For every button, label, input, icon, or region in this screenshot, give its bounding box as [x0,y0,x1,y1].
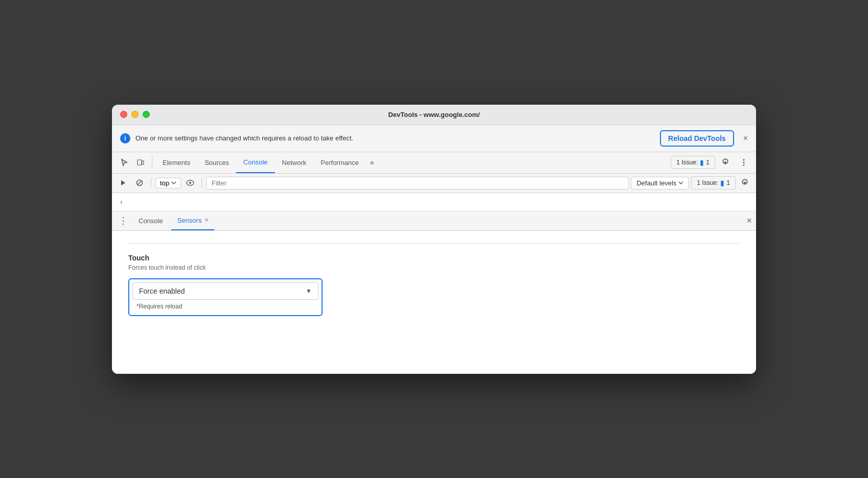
reload-devtools-button[interactable]: Reload DevTools [660,130,734,147]
title-bar: DevTools - www.google.com/ [112,105,756,125]
console-issue-icon: ▮ [720,179,724,187]
tab-sources[interactable]: Sources [197,152,236,173]
svg-rect-1 [142,161,144,164]
play-icon [120,179,127,186]
issue-label: 1 Issue: [676,159,698,166]
chevron-down-icon [171,181,176,184]
bottom-panel: ⋮ Console Sensors × × Touch Forces touch… [112,211,756,374]
bottom-tab-console[interactable]: Console [132,211,169,230]
tab-elements[interactable]: Elements [155,152,197,173]
bottom-more-button[interactable]: ⋮ [116,213,130,228]
sensors-tab-close-button[interactable]: × [204,217,208,224]
console-area: › [112,193,756,211]
svg-point-9 [189,182,191,184]
console-separator-2 [201,178,202,188]
tab-network[interactable]: Network [275,152,314,173]
execute-button[interactable] [116,176,130,190]
sensors-top-divider [128,243,740,244]
console-settings-button[interactable] [738,176,752,190]
vertical-dots-icon [743,158,745,166]
touch-select-row[interactable]: Force enabled ▼ [132,282,318,300]
console-issue-label: 1 Issue: [697,179,718,186]
context-value: top [160,179,169,187]
touch-dropdown-wrapper: Force enabled ▼ *Requires reload [128,278,323,316]
main-toolbar: Elements Sources Console Network Perform… [112,152,756,174]
traffic-lights [120,111,150,118]
settings-icon-button[interactable] [717,154,734,171]
console-separator-1 [151,178,151,188]
cursor-icon [120,158,128,166]
notification-bar: i One or more settings have changed whic… [112,125,756,152]
console-toolbar: top Default levels 1 Issue: ▮ 1 [112,174,756,193]
notification-text: One or more settings have changed which … [135,134,655,142]
issue-count: 1 [706,159,710,166]
devtools-window: DevTools - www.google.com/ i One or more… [112,105,756,374]
notification-close-button[interactable]: × [743,134,748,143]
bottom-tab-bar: ⋮ Console Sensors × × [112,211,756,231]
console-issue-badge[interactable]: 1 Issue: ▮ 1 [691,176,736,189]
svg-marker-5 [121,180,125,185]
console-issue-count: 1 [726,179,730,186]
console-prompt-icon: › [118,196,125,208]
context-selector[interactable]: top [155,178,181,188]
bottom-tab-sensors[interactable]: Sensors × [171,211,215,230]
eye-icon [186,180,194,186]
issue-icon: ▮ [700,158,704,166]
inspect-icon-button[interactable] [116,154,132,171]
filter-input[interactable] [206,177,629,189]
eye-icon-button[interactable] [183,176,197,190]
touch-select-value: Force enabled [139,287,185,295]
window-title: DevTools - www.google.com/ [388,111,479,118]
levels-chevron-icon [678,181,683,184]
svg-point-3 [743,162,745,163]
block-icon-button[interactable] [132,176,147,190]
requires-reload-text: *Requires reload [132,301,318,312]
svg-point-2 [743,159,745,161]
more-options-button[interactable] [736,154,752,171]
block-icon [136,179,143,186]
levels-selector[interactable]: Default levels [631,177,689,189]
gear-icon [721,158,729,166]
sensors-content: Touch Forces touch instead of click Forc… [112,231,756,374]
tab-console[interactable]: Console [236,152,275,173]
close-button[interactable] [120,111,127,118]
svg-point-4 [743,164,745,166]
svg-rect-0 [138,160,142,165]
levels-label: Default levels [636,179,676,187]
toolbar-right: 1 Issue: ▮ 1 [671,154,752,171]
device-icon [136,158,145,166]
maximize-button[interactable] [143,111,150,118]
issue-badge[interactable]: 1 Issue: ▮ 1 [671,156,715,169]
device-toggle-button[interactable] [132,154,149,171]
tab-performance[interactable]: Performance [313,152,366,173]
info-icon: i [120,133,130,144]
main-tab-nav: Elements Sources Console Network Perform… [155,152,671,173]
toolbar-separator-1 [152,156,152,169]
touch-section-desc: Forces touch instead of click [128,264,740,271]
touch-section-label: Touch [128,254,740,262]
console-gear-icon [741,179,749,187]
svg-line-7 [138,181,142,185]
touch-select-chevron-icon: ▼ [306,288,312,295]
bottom-panel-close-button[interactable]: × [746,216,752,226]
more-tabs-button[interactable]: » [366,158,378,166]
minimize-button[interactable] [131,111,139,118]
